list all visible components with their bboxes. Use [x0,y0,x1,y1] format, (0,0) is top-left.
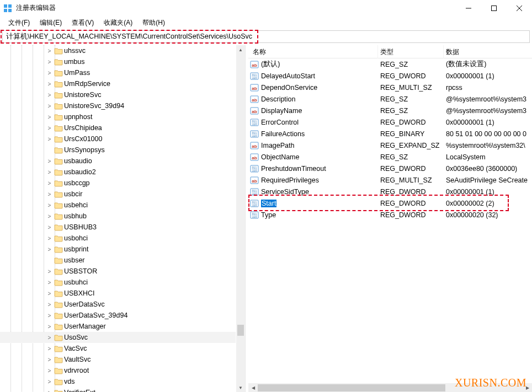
tree-expander-icon[interactable]: > [45,202,54,208]
tree-item-urssynopsys[interactable]: UrsSynopsys [0,144,236,155]
tree-item-usbxhci[interactable]: >USBXHCI [0,288,236,299]
value-row[interactable]: DelayedAutoStartREG_DWORD0x00000001 (1) [248,70,532,82]
tree-item-vacsvc[interactable]: >VacSvc [0,343,236,354]
value-row[interactable]: DescriptionREG_SZ@%systemroot%\system3 [248,93,532,105]
value-row[interactable]: (默认)REG_SZ(数值未设置) [248,58,532,70]
tree-expander-icon[interactable]: > [45,136,54,142]
tree-item-unistoresvc_39d94[interactable]: >UnistoreSvc_39d94 [0,100,236,111]
tree-expander-icon[interactable]: > [45,379,54,385]
tree-expander-icon[interactable]: > [45,335,54,341]
tree-expander-icon[interactable]: > [45,213,54,219]
scroll-right-button[interactable]: ▶ [523,383,532,392]
tree-item-usbstor[interactable]: >USBSTOR [0,266,236,277]
tree-expander-icon[interactable]: > [45,169,54,175]
value-row[interactable]: ServiceSidTypeREG_DWORD0x00000001 (1) [248,186,532,197]
tree-vertical-scrollbar[interactable]: ▲ ▼ [236,45,245,392]
tree-item-usosvc[interactable]: >UsoSvc [0,332,236,343]
tree-item-usbuhci[interactable]: >usbuhci [0,277,236,288]
tree-item-vds[interactable]: >vds [0,376,236,387]
col-header-name[interactable]: 名称 [248,45,378,58]
tree-item-vdrvroot[interactable]: >vdrvroot [0,365,236,376]
hscroll-track[interactable] [258,383,523,392]
menu-favorites[interactable]: 收藏夹(A) [99,17,137,29]
tree-expander-icon[interactable]: > [45,302,54,308]
value-row[interactable]: RequiredPrivilegesREG_MULTI_SZSeAuditPri… [248,174,532,186]
value-row[interactable]: PreshutdownTimeoutREG_DWORD0x0036ee80 (3… [248,163,532,174]
tree-item-usbhub3[interactable]: >USBHUB3 [0,222,236,233]
tree-expander-icon[interactable]: > [45,324,54,330]
tree-expander-icon[interactable]: > [45,114,54,120]
tree-expander-icon[interactable]: > [45,291,54,297]
tree-expander-icon[interactable]: > [45,125,54,131]
tree-expander-icon[interactable]: > [45,269,54,275]
menu-edit[interactable]: 编辑(E) [35,17,67,29]
tree-item-unistoresvc[interactable]: >UnistoreSvc [0,89,236,100]
value-row[interactable]: TypeREG_DWORD0x00000020 (32) [248,209,532,221]
tree-item-usbccgp[interactable]: >usbccgp [0,178,236,189]
scroll-thumb[interactable] [237,325,244,336]
tree-expander-icon[interactable]: > [45,81,54,87]
tree-item-urschipidea[interactable]: >UrsChipidea [0,122,236,133]
tree-expander-icon[interactable]: > [45,92,54,98]
tree-item-userdatasvc_39d94[interactable]: >UserDataSvc_39d94 [0,310,236,321]
tree-item-usbaudio2[interactable]: >usbaudio2 [0,167,236,178]
value-row[interactable]: DependOnServiceREG_MULTI_SZrpcss [248,82,532,93]
tree-item-usbaudio[interactable]: >usbaudio [0,155,236,167]
tree-item-usbser[interactable]: usbser [0,255,236,266]
tree-list[interactable]: >uhssvc>umbus>UmPass>UmRdpService>Unisto… [0,45,236,392]
scroll-left-button[interactable]: ◀ [248,383,258,392]
tree-expander-icon[interactable]: > [45,48,54,54]
tree-item-usbcir[interactable]: >usbcir [0,189,236,200]
menu-file[interactable]: 文件(F) [3,17,35,29]
minimize-button[interactable] [456,0,481,17]
tree-item-umpass[interactable]: >UmPass [0,67,236,78]
tree-expander-icon[interactable]: > [45,280,54,286]
value-row[interactable]: DisplayNameREG_SZ@%systemroot%\system3 [248,105,532,116]
tree-expander-icon[interactable]: > [45,70,54,76]
tree-expander-icon[interactable]: > [45,103,54,109]
tree-item-umbus[interactable]: >umbus [0,56,236,67]
tree-expander-icon[interactable]: > [45,246,54,253]
menu-help[interactable]: 帮助(H) [137,17,170,29]
tree-expander-icon[interactable]: > [45,368,54,374]
tree-item-umrdpservice[interactable]: >UmRdpService [0,78,236,89]
value-row[interactable]: ObjectNameREG_SZLocalSystem [248,151,532,163]
tree-expander-icon[interactable]: > [45,224,54,230]
close-button[interactable] [507,0,532,17]
tree-expander-icon[interactable]: > [45,235,54,241]
tree-item-upnphost[interactable]: >upnphost [0,111,236,122]
tree-expander-icon[interactable]: > [45,313,54,319]
tree-expander-icon[interactable]: > [45,158,54,164]
tree-expander-icon[interactable]: > [45,59,54,65]
tree-item-usermanager[interactable]: >UserManager [0,321,236,332]
values-horizontal-scrollbar[interactable]: ◀ ▶ [248,383,532,392]
scroll-up-button[interactable]: ▲ [236,45,245,55]
tree-item-usbhub[interactable]: >usbhub [0,211,236,222]
menu-view[interactable]: 查看(V) [67,17,99,29]
value-row[interactable]: ImagePathREG_EXPAND_SZ%systemroot%\syste… [248,139,532,151]
tree-item-verifierext[interactable]: >VerifierExt [0,387,236,392]
value-row[interactable]: ErrorControlREG_DWORD0x00000001 (1) [248,116,532,128]
maximize-button[interactable] [481,0,507,17]
tree-item-userdatasvc[interactable]: >UserDataSvc [0,299,236,310]
tree-expander-icon[interactable]: > [45,357,54,363]
value-row[interactable]: StartREG_DWORD0x00000002 (2) [248,197,532,209]
hscroll-thumb[interactable] [258,384,445,391]
tree-item-urscx01000[interactable]: >UrsCx01000 [0,133,236,144]
col-header-data[interactable]: 数据 [444,45,532,58]
tree-item-uhssvc[interactable]: >uhssvc [0,45,236,56]
tree-item-usbohci[interactable]: >usbohci [0,233,236,244]
address-input[interactable] [2,30,530,43]
list-header[interactable]: 名称 类型 数据 [248,45,532,58]
tree-item-usbprint[interactable]: >usbprint [0,244,236,255]
list-body[interactable]: (默认)REG_SZ(数值未设置)DelayedAutoStartREG_DWO… [248,58,532,383]
tree-expander-icon[interactable]: > [45,180,54,186]
tree-expander-icon[interactable]: > [45,191,54,197]
value-row[interactable]: FailureActionsREG_BINARY80 51 01 00 00 0… [248,128,532,139]
tree-item-vaultsvc[interactable]: >VaultSvc [0,354,236,365]
tree-item-usbehci[interactable]: >usbehci [0,200,236,211]
col-header-type[interactable]: 类型 [378,45,444,58]
scroll-down-button[interactable]: ▼ [236,383,245,392]
tree-expander-icon[interactable]: > [45,346,54,352]
tree-expander-icon[interactable]: > [45,390,54,393]
